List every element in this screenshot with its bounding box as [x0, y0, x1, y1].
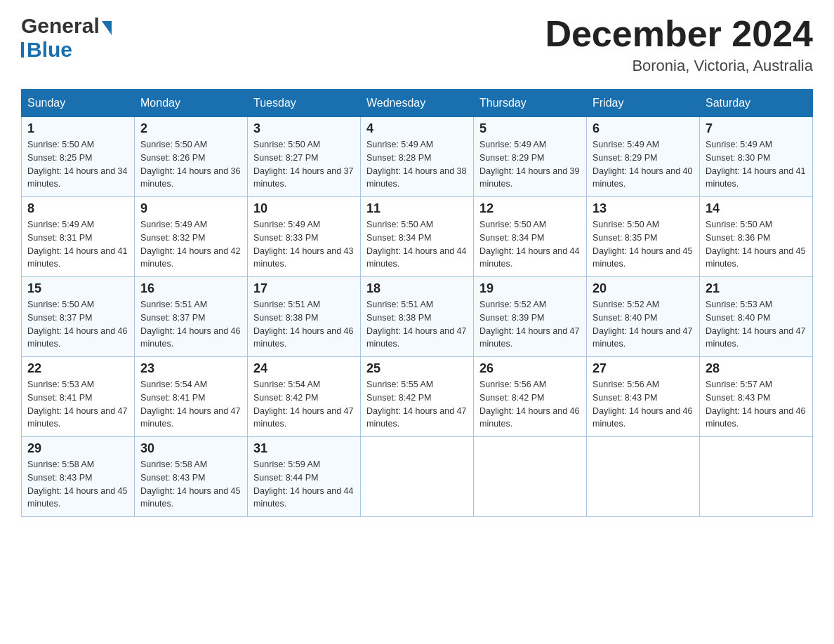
logo-blue-text: Blue — [27, 38, 72, 62]
day-info: Sunrise: 5:59 AMSunset: 8:44 PMDaylight:… — [253, 458, 355, 511]
day-info: Sunrise: 5:51 AMSunset: 8:38 PMDaylight:… — [366, 298, 468, 351]
day-number: 29 — [27, 441, 128, 456]
table-row: 31Sunrise: 5:59 AMSunset: 8:44 PMDayligh… — [248, 437, 361, 517]
location-subtitle: Boronia, Victoria, Australia — [545, 57, 813, 75]
col-friday: Friday — [587, 90, 700, 117]
calendar-header-row: Sunday Monday Tuesday Wednesday Thursday… — [22, 90, 813, 117]
table-row: 28Sunrise: 5:57 AMSunset: 8:43 PMDayligh… — [700, 357, 813, 437]
day-number: 18 — [366, 281, 468, 296]
table-row: 25Sunrise: 5:55 AMSunset: 8:42 PMDayligh… — [361, 357, 474, 437]
col-wednesday: Wednesday — [361, 90, 474, 117]
table-row: 17Sunrise: 5:51 AMSunset: 8:38 PMDayligh… — [248, 277, 361, 357]
table-row: 13Sunrise: 5:50 AMSunset: 8:35 PMDayligh… — [587, 197, 700, 277]
table-row: 23Sunrise: 5:54 AMSunset: 8:41 PMDayligh… — [135, 357, 248, 437]
day-info: Sunrise: 5:53 AMSunset: 8:40 PMDaylight:… — [706, 298, 807, 351]
day-number: 2 — [140, 121, 241, 136]
table-row — [361, 437, 474, 517]
table-row: 9Sunrise: 5:49 AMSunset: 8:32 PMDaylight… — [135, 197, 248, 277]
day-info: Sunrise: 5:56 AMSunset: 8:43 PMDaylight:… — [593, 378, 694, 431]
day-info: Sunrise: 5:58 AMSunset: 8:43 PMDaylight:… — [140, 458, 241, 511]
table-row: 11Sunrise: 5:50 AMSunset: 8:34 PMDayligh… — [361, 197, 474, 277]
table-row: 4Sunrise: 5:49 AMSunset: 8:28 PMDaylight… — [361, 117, 474, 197]
table-row: 26Sunrise: 5:56 AMSunset: 8:42 PMDayligh… — [474, 357, 587, 437]
title-section: December 2024 Boronia, Victoria, Austral… — [545, 14, 813, 75]
table-row: 16Sunrise: 5:51 AMSunset: 8:37 PMDayligh… — [135, 277, 248, 357]
day-number: 22 — [27, 361, 128, 376]
day-number: 21 — [706, 281, 807, 296]
day-info: Sunrise: 5:54 AMSunset: 8:41 PMDaylight:… — [140, 378, 241, 431]
table-row: 24Sunrise: 5:54 AMSunset: 8:42 PMDayligh… — [248, 357, 361, 437]
table-row: 29Sunrise: 5:58 AMSunset: 8:43 PMDayligh… — [22, 437, 135, 517]
table-row: 12Sunrise: 5:50 AMSunset: 8:34 PMDayligh… — [474, 197, 587, 277]
day-info: Sunrise: 5:50 AMSunset: 8:36 PMDaylight:… — [706, 218, 807, 271]
table-row: 15Sunrise: 5:50 AMSunset: 8:37 PMDayligh… — [22, 277, 135, 357]
day-info: Sunrise: 5:50 AMSunset: 8:25 PMDaylight:… — [27, 138, 128, 191]
day-number: 6 — [593, 121, 694, 136]
day-number: 13 — [593, 201, 694, 216]
day-info: Sunrise: 5:52 AMSunset: 8:40 PMDaylight:… — [593, 298, 694, 351]
table-row: 7Sunrise: 5:49 AMSunset: 8:30 PMDaylight… — [700, 117, 813, 197]
day-number: 5 — [479, 121, 581, 136]
table-row: 19Sunrise: 5:52 AMSunset: 8:39 PMDayligh… — [474, 277, 587, 357]
day-info: Sunrise: 5:57 AMSunset: 8:43 PMDaylight:… — [706, 378, 807, 431]
logo-triangle-icon — [102, 21, 112, 35]
day-number: 10 — [253, 201, 355, 216]
day-number: 25 — [366, 361, 468, 376]
table-row: 3Sunrise: 5:50 AMSunset: 8:27 PMDaylight… — [248, 117, 361, 197]
day-number: 30 — [140, 441, 241, 456]
table-row: 30Sunrise: 5:58 AMSunset: 8:43 PMDayligh… — [135, 437, 248, 517]
table-row — [587, 437, 700, 517]
day-number: 23 — [140, 361, 241, 376]
month-year-title: December 2024 — [545, 14, 813, 54]
day-info: Sunrise: 5:49 AMSunset: 8:32 PMDaylight:… — [140, 218, 241, 271]
table-row: 2Sunrise: 5:50 AMSunset: 8:26 PMDaylight… — [135, 117, 248, 197]
table-row: 27Sunrise: 5:56 AMSunset: 8:43 PMDayligh… — [587, 357, 700, 437]
day-number: 28 — [706, 361, 807, 376]
table-row: 18Sunrise: 5:51 AMSunset: 8:38 PMDayligh… — [361, 277, 474, 357]
day-info: Sunrise: 5:49 AMSunset: 8:33 PMDaylight:… — [253, 218, 355, 271]
table-row: 8Sunrise: 5:49 AMSunset: 8:31 PMDaylight… — [22, 197, 135, 277]
day-number: 8 — [27, 201, 128, 216]
day-info: Sunrise: 5:52 AMSunset: 8:39 PMDaylight:… — [479, 298, 581, 351]
logo-blue-line — [21, 42, 24, 58]
day-number: 19 — [479, 281, 581, 296]
table-row: 1Sunrise: 5:50 AMSunset: 8:25 PMDaylight… — [22, 117, 135, 197]
day-number: 15 — [27, 281, 128, 296]
day-info: Sunrise: 5:50 AMSunset: 8:34 PMDaylight:… — [366, 218, 468, 271]
day-number: 1 — [27, 121, 128, 136]
table-row: 21Sunrise: 5:53 AMSunset: 8:40 PMDayligh… — [700, 277, 813, 357]
day-info: Sunrise: 5:50 AMSunset: 8:27 PMDaylight:… — [253, 138, 355, 191]
day-info: Sunrise: 5:51 AMSunset: 8:37 PMDaylight:… — [140, 298, 241, 351]
logo-general-text: General — [21, 14, 100, 38]
day-info: Sunrise: 5:50 AMSunset: 8:37 PMDaylight:… — [27, 298, 128, 351]
col-saturday: Saturday — [700, 90, 813, 117]
day-info: Sunrise: 5:56 AMSunset: 8:42 PMDaylight:… — [479, 378, 581, 431]
day-number: 4 — [366, 121, 468, 136]
day-number: 9 — [140, 201, 241, 216]
col-sunday: Sunday — [22, 90, 135, 117]
day-number: 16 — [140, 281, 241, 296]
table-row: 22Sunrise: 5:53 AMSunset: 8:41 PMDayligh… — [22, 357, 135, 437]
calendar-week-row: 1Sunrise: 5:50 AMSunset: 8:25 PMDaylight… — [22, 117, 813, 197]
day-info: Sunrise: 5:50 AMSunset: 8:34 PMDaylight:… — [479, 218, 581, 271]
day-number: 31 — [253, 441, 355, 456]
logo: General Blue — [21, 14, 112, 62]
day-number: 26 — [479, 361, 581, 376]
day-info: Sunrise: 5:58 AMSunset: 8:43 PMDaylight:… — [27, 458, 128, 511]
day-info: Sunrise: 5:53 AMSunset: 8:41 PMDaylight:… — [27, 378, 128, 431]
day-info: Sunrise: 5:49 AMSunset: 8:28 PMDaylight:… — [366, 138, 468, 191]
day-number: 14 — [706, 201, 807, 216]
table-row: 5Sunrise: 5:49 AMSunset: 8:29 PMDaylight… — [474, 117, 587, 197]
table-row: 14Sunrise: 5:50 AMSunset: 8:36 PMDayligh… — [700, 197, 813, 277]
day-number: 17 — [253, 281, 355, 296]
col-monday: Monday — [135, 90, 248, 117]
day-info: Sunrise: 5:54 AMSunset: 8:42 PMDaylight:… — [253, 378, 355, 431]
table-row: 20Sunrise: 5:52 AMSunset: 8:40 PMDayligh… — [587, 277, 700, 357]
day-number: 7 — [706, 121, 807, 136]
day-number: 24 — [253, 361, 355, 376]
day-number: 27 — [593, 361, 694, 376]
calendar-week-row: 15Sunrise: 5:50 AMSunset: 8:37 PMDayligh… — [22, 277, 813, 357]
day-info: Sunrise: 5:49 AMSunset: 8:30 PMDaylight:… — [706, 138, 807, 191]
page-header: General Blue December 2024 Boronia, Vict… — [21, 14, 813, 75]
table-row — [700, 437, 813, 517]
